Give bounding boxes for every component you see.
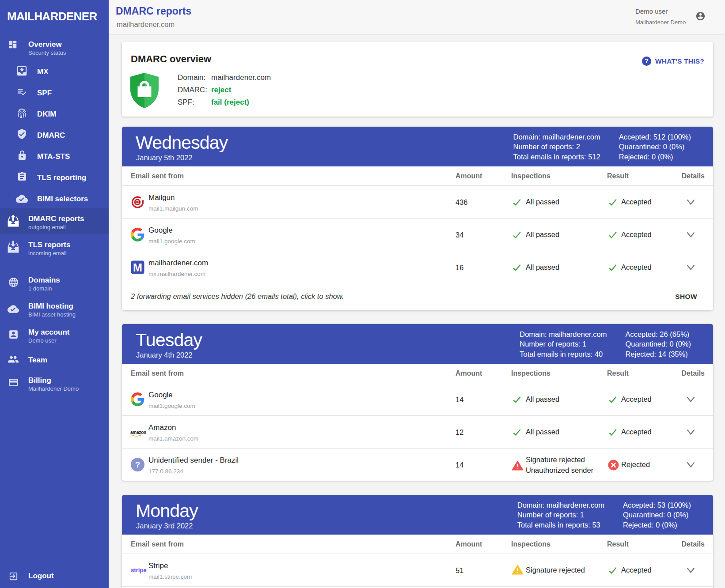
svg-text:M: M: [133, 261, 142, 274]
svg-text:?: ?: [135, 460, 140, 469]
svg-text:?: ?: [645, 57, 649, 64]
